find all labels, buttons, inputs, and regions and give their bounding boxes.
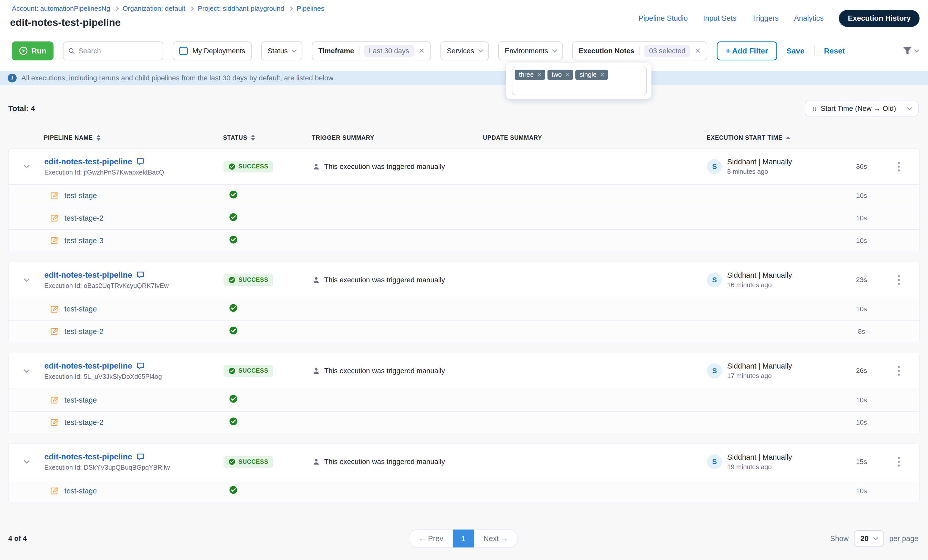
stage-name[interactable]: test-stage [64,305,97,313]
note-tag[interactable]: single✕ [575,70,608,80]
avatar[interactable]: S [707,159,722,174]
stage-row[interactable]: test-stage-3 10s [9,229,919,252]
nav-link-execution-history-active[interactable]: Execution History [839,10,920,27]
stage-name[interactable]: test-stage-3 [64,236,104,245]
filter-menu-button[interactable] [902,46,918,56]
nav-link-triggers[interactable]: Triggers [752,14,779,23]
save-filter-link[interactable]: Save [786,47,804,55]
nav-link-analytics[interactable]: Analytics [794,14,824,23]
table-header: PIPELINE NAME STATUS TRIGGER SUMMARY UPD… [8,134,920,141]
stage-duration: 10s [841,418,882,426]
total-count: Total: 4 [8,104,35,113]
user-icon [312,276,320,284]
stage-name[interactable]: test-stage [64,396,97,405]
nav-link-input-sets[interactable]: Input Sets [703,14,736,23]
reset-filter-link[interactable]: Reset [824,47,845,55]
search-input[interactable] [78,47,158,55]
comment-icon[interactable] [136,453,144,461]
divider [359,47,359,55]
clear-execution-notes-icon[interactable]: ✕ [695,47,701,55]
execution-row[interactable]: edit-notes-test-pipeline Execution Id: j… [9,149,919,184]
success-check-icon [228,163,236,170]
status-label: SUCCESS [238,458,269,465]
success-check-icon [228,458,236,465]
comment-icon[interactable] [136,271,144,279]
timeframe-filter-chip[interactable]: Timeframe Last 30 days ✕ [312,41,431,60]
execution-author: Siddhant | Manually [727,453,792,461]
my-deployments-toggle[interactable]: My Deployments [173,41,252,60]
execution-history-page: Account: automationPipelinesNgOrganizati… [0,0,928,560]
remove-tag-icon[interactable]: ✕ [600,71,605,79]
pipeline-name-link[interactable]: edit-notes-test-pipeline [44,271,132,280]
execution-id: Execution Id: oBas2UqTRvKcyuQRK7IvEw [44,282,224,289]
stage-row[interactable]: test-stage 10s [9,184,919,207]
execution-row[interactable]: edit-notes-test-pipeline Execution Id: 5… [9,353,919,389]
stage-row[interactable]: test-stage 10s [9,479,919,502]
comment-icon[interactable] [136,362,144,370]
stage-name[interactable]: test-stage-2 [64,327,104,336]
prev-page-button[interactable]: ← Prev [409,530,453,548]
kebab-menu-icon[interactable] [896,272,902,287]
stage-success-icon [229,304,238,312]
expand-chevron-icon[interactable] [23,367,31,375]
pipeline-name-link[interactable]: edit-notes-test-pipeline [44,452,132,461]
clear-timeframe-icon[interactable]: ✕ [419,47,424,55]
stage-row[interactable]: test-stage-2 10s [9,207,919,229]
breadcrumb-link[interactable]: Account: automationPipelinesNg [12,5,110,12]
success-check-icon [228,367,236,374]
stage-name[interactable]: test-stage-2 [64,418,104,427]
next-page-button[interactable]: Next → [474,530,517,548]
avatar[interactable]: S [707,454,722,469]
sort-dropdown[interactable]: ↑↓ Start Time (New → Old) [805,100,919,116]
kebab-menu-icon[interactable] [896,455,902,469]
my-deployments-checkbox[interactable] [179,47,188,55]
breadcrumb-link[interactable]: Organization: default [123,5,185,12]
avatar[interactable]: S [707,364,722,378]
note-tag[interactable]: three✕ [515,70,545,80]
execution-notes-tag-input[interactable]: three✕two✕single✕ [512,67,647,95]
expand-chevron-icon[interactable] [23,276,31,284]
status-filter-dropdown[interactable]: Status [261,41,302,60]
stage-row[interactable]: test-stage-2 10s [9,411,919,434]
breadcrumb-link[interactable]: Pipelines [297,5,324,12]
column-header-status[interactable]: STATUS [223,134,312,141]
column-header-execution-start-time[interactable]: EXECUTION START TIME [707,134,840,141]
execution-row[interactable]: edit-notes-test-pipeline Execution Id: o… [9,262,919,298]
comment-icon[interactable] [136,157,144,166]
stage-name[interactable]: test-stage [64,192,97,200]
breadcrumb-separator-icon [288,7,292,11]
breadcrumb-link[interactable]: Project: siddhant-playground [198,5,284,12]
info-banner-text: All executions, including reruns and chi… [21,74,335,82]
services-filter-dropdown[interactable]: Services [440,41,489,60]
execution-notes-filter-chip[interactable]: Execution Notes 03 selected ✕ [572,41,707,60]
run-button[interactable]: Run [12,41,53,60]
stage-row[interactable]: test-stage-2 8s [9,320,919,343]
stage-success-icon [229,213,238,222]
stage-row[interactable]: test-stage 10s [9,298,919,320]
note-tag[interactable]: two✕ [548,70,573,80]
expand-chevron-icon[interactable] [23,162,31,170]
column-header-pipeline-name[interactable]: PIPELINE NAME [44,134,223,141]
stage-duration: 10s [841,214,882,222]
avatar[interactable]: S [707,272,722,288]
stage-name[interactable]: test-stage [64,487,97,495]
add-filter-button[interactable]: + Add Filter [717,41,777,60]
current-page-button[interactable]: 1 [453,530,474,548]
page-size-dropdown[interactable]: 20 [854,530,884,547]
pipeline-name-link[interactable]: edit-notes-test-pipeline [44,361,132,371]
chevron-down-icon [478,47,483,52]
toolbar: Run My Deployments Status Timeframe Last… [12,41,918,60]
execution-id: Execution Id: DSkYV3upQBuqBGpqYBRllw [44,464,224,471]
nav-link-pipeline-studio[interactable]: Pipeline Studio [638,14,688,23]
environments-filter-dropdown[interactable]: Environments [498,41,563,60]
stage-name[interactable]: test-stage-2 [64,214,104,222]
remove-tag-icon[interactable]: ✕ [537,71,542,79]
kebab-menu-icon[interactable] [896,159,902,174]
pipeline-name-link[interactable]: edit-notes-test-pipeline [44,157,132,166]
kebab-menu-icon[interactable] [896,364,902,378]
execution-row[interactable]: edit-notes-test-pipeline Execution Id: D… [9,444,919,479]
status-label: SUCCESS [238,367,269,374]
expand-chevron-icon[interactable] [23,458,31,466]
stage-row[interactable]: test-stage 10s [9,388,919,411]
remove-tag-icon[interactable]: ✕ [565,71,570,79]
